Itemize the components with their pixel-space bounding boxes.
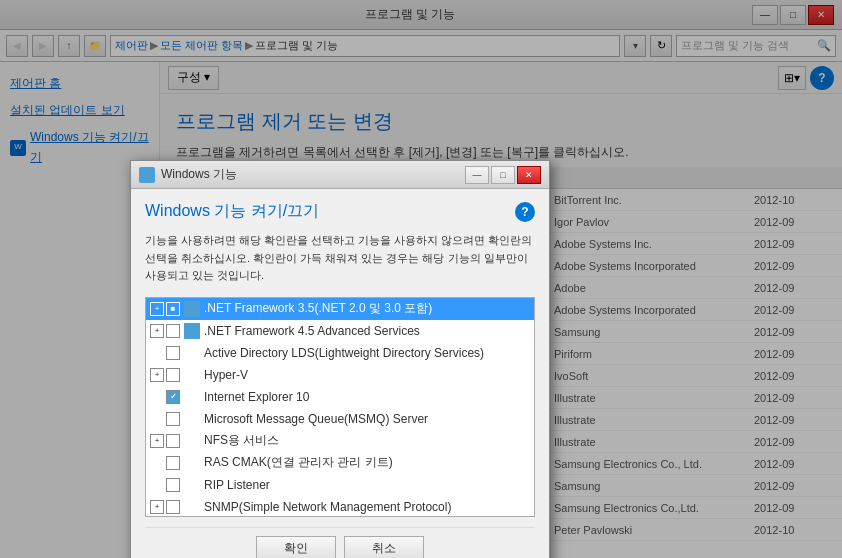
feature-label-nfs: NFS용 서비스 <box>204 432 279 449</box>
feature-list[interactable]: + ■ .NET Framework 3.5(.NET 2.0 및 3.0 포함… <box>145 297 535 517</box>
feature-label-net45: .NET Framework 4.5 Advanced Services <box>204 324 420 338</box>
dialog-heading: Windows 기능 켜기/끄기 ? <box>145 201 535 222</box>
feature-item-hyperv[interactable]: + Hyper-V <box>146 364 534 386</box>
dialog-help-icon[interactable]: ? <box>515 202 535 222</box>
expand-icon[interactable]: + <box>150 368 164 382</box>
dialog-close-button[interactable]: ✕ <box>517 166 541 184</box>
checkbox-ad[interactable] <box>166 346 180 360</box>
feature-label-msmq: Microsoft Message Queue(MSMQ) Server <box>204 412 428 426</box>
feature-label-snmp: SNMP(Simple Network Management Protocol) <box>204 500 451 514</box>
dialog-footer: 확인 취소 <box>145 527 535 558</box>
feature-label-ie10: Internet Explorer 10 <box>204 390 309 404</box>
dialog-minimize-button[interactable]: — <box>465 166 489 184</box>
dialog-overlay: Windows 기능 — □ ✕ Windows 기능 켜기/끄기 ? 기능을 … <box>0 0 842 558</box>
expand-icon[interactable]: + <box>150 324 164 338</box>
feature-icon-net45 <box>184 323 200 339</box>
dialog-description: 기능을 사용하려면 해당 확인란을 선택하고 기능을 사용하지 않으려면 확인란… <box>145 232 535 285</box>
feature-item-msmq[interactable]: Microsoft Message Queue(MSMQ) Server <box>146 408 534 430</box>
feature-item-snmp[interactable]: + SNMP(Simple Network Management Protoco… <box>146 496 534 517</box>
checkbox-ie10[interactable]: ✓ <box>166 390 180 404</box>
feature-label-hyperv: Hyper-V <box>204 368 248 382</box>
checkbox-hyperv[interactable] <box>166 368 180 382</box>
feature-label-ad: Active Directory LDS(Lightweight Directo… <box>204 346 484 360</box>
windows-features-dialog: Windows 기능 — □ ✕ Windows 기능 켜기/끄기 ? 기능을 … <box>130 160 550 558</box>
expand-icon[interactable]: + <box>150 302 164 316</box>
checkbox-net45[interactable] <box>166 324 180 338</box>
cancel-button[interactable]: 취소 <box>344 536 424 558</box>
feature-label-ras: RAS CMAK(연결 관리자 관리 키트) <box>204 454 393 471</box>
dialog-title-icon <box>139 167 155 183</box>
checkbox-snmp[interactable] <box>166 500 180 514</box>
dialog-maximize-button[interactable]: □ <box>491 166 515 184</box>
feature-label-rip: RIP Listener <box>204 478 270 492</box>
dialog-title-text: Windows 기능 <box>139 166 465 183</box>
feature-icon-net35 <box>184 301 200 317</box>
feature-item-ras[interactable]: RAS CMAK(연결 관리자 관리 키트) <box>146 452 534 474</box>
checkbox-ras[interactable] <box>166 456 180 470</box>
checkbox-nfs[interactable] <box>166 434 180 448</box>
checkbox-msmq[interactable] <box>166 412 180 426</box>
checkbox-rip[interactable] <box>166 478 180 492</box>
expand-icon[interactable]: + <box>150 434 164 448</box>
dialog-controls: — □ ✕ <box>465 166 541 184</box>
expand-icon[interactable]: + <box>150 500 164 514</box>
dialog-content: Windows 기능 켜기/끄기 ? 기능을 사용하려면 해당 확인란을 선택하… <box>131 189 549 558</box>
feature-item-rip[interactable]: RIP Listener <box>146 474 534 496</box>
feature-item-ad[interactable]: Active Directory LDS(Lightweight Directo… <box>146 342 534 364</box>
feature-item-nfs[interactable]: + NFS용 서비스 <box>146 430 534 452</box>
feature-label-net35: .NET Framework 3.5(.NET 2.0 및 3.0 포함) <box>204 300 432 317</box>
confirm-button[interactable]: 확인 <box>256 536 336 558</box>
feature-item-net35[interactable]: + ■ .NET Framework 3.5(.NET 2.0 및 3.0 포함… <box>146 298 534 320</box>
feature-item-net45[interactable]: + .NET Framework 4.5 Advanced Services <box>146 320 534 342</box>
checkbox-net35[interactable]: ■ <box>166 302 180 316</box>
feature-item-ie10[interactable]: ✓ Internet Explorer 10 <box>146 386 534 408</box>
dialog-title-bar: Windows 기능 — □ ✕ <box>131 161 549 189</box>
